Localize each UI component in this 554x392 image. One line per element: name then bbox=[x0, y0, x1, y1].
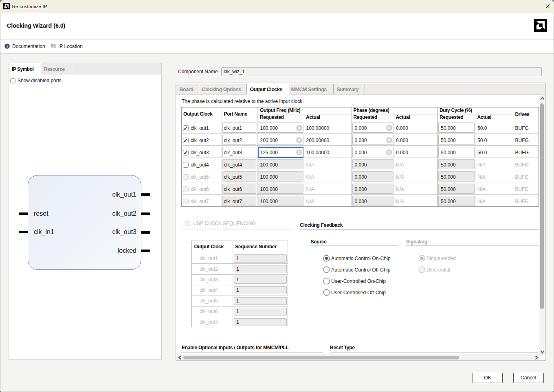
svg-text:i: i bbox=[7, 44, 8, 48]
